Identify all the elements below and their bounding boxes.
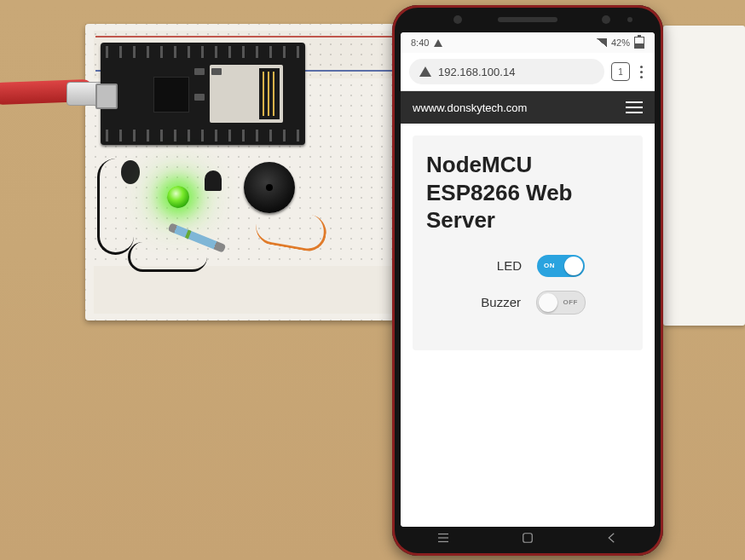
wifi-antenna — [259, 68, 280, 119]
android-status-bar: 8:40 42% — [401, 32, 655, 53]
micro-usb-port — [95, 84, 118, 109]
svg-rect-3 — [523, 534, 533, 543]
signal-icon — [597, 38, 607, 47]
back-button[interactable] — [604, 530, 620, 549]
front-camera — [602, 15, 610, 24]
control-row-led: LED ON — [426, 255, 629, 277]
control-card: NodeMCU ESP8266 Web Server LED ON Buzzer… — [413, 136, 643, 350]
tab-count: 1 — [618, 67, 623, 77]
tab-switcher[interactable]: 1 — [611, 62, 630, 81]
phone-screen: 8:40 42% 192.168.100.14 1 — [401, 32, 655, 527]
front-camera — [453, 15, 462, 24]
green-led — [167, 186, 189, 208]
url-text: 192.168.100.14 — [438, 66, 515, 78]
toggle-state-text: ON — [544, 262, 555, 269]
jumper-wire-black — [97, 159, 134, 255]
page-heading: NodeMCU ESP8266 Web Server — [426, 151, 629, 234]
led-toggle[interactable]: ON — [537, 255, 585, 277]
battery-pct: 42% — [611, 38, 630, 48]
transistor — [205, 170, 222, 191]
toggle-state-text: OFF — [563, 298, 579, 306]
status-time: 8:40 — [411, 38, 429, 48]
nodemcu-board — [101, 43, 305, 145]
hamburger-icon[interactable] — [626, 101, 643, 113]
home-button[interactable] — [520, 530, 535, 549]
android-nav-bar — [401, 527, 655, 552]
recents-button[interactable] — [436, 530, 451, 549]
control-label: Buzzer — [470, 295, 521, 309]
proximity-sensor — [627, 17, 632, 22]
battery-icon — [634, 37, 644, 49]
phone-speaker — [498, 17, 557, 22]
control-row-buzzer: Buzzer OFF — [426, 291, 629, 315]
jumper-wire-black — [128, 242, 207, 272]
url-field[interactable]: 192.168.100.14 — [409, 59, 604, 84]
page-content: NodeMCU ESP8266 Web Server LED ON Buzzer… — [401, 124, 655, 527]
site-title: wwww.donskytech.com — [413, 101, 527, 114]
toggle-knob — [564, 257, 583, 275]
buzzer-toggle[interactable]: OFF — [536, 291, 586, 315]
not-secure-icon — [419, 66, 431, 77]
piezo-buzzer — [244, 162, 295, 213]
browser-menu-icon[interactable] — [637, 62, 646, 82]
smartphone: 8:40 42% 192.168.100.14 1 — [392, 5, 663, 556]
site-header: wwww.donskytech.com — [401, 91, 655, 124]
usb-serial-chip — [153, 77, 189, 113]
photo-scene: 8:40 42% 192.168.100.14 1 — [0, 0, 745, 560]
warning-icon — [434, 39, 442, 47]
toggle-knob — [539, 293, 557, 312]
browser-url-bar: 192.168.100.14 1 — [401, 53, 655, 91]
control-label: LED — [471, 258, 522, 273]
breadboard-secondary — [663, 26, 745, 326]
